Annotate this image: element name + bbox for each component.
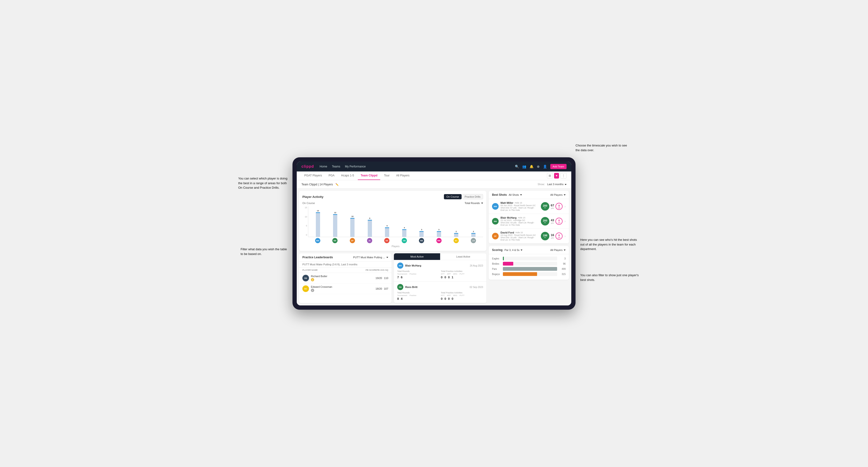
nav-items: Home Teams My Performance	[319, 164, 366, 169]
edit-icon[interactable]: ✏️	[335, 183, 339, 186]
shot-yds1: 16 yds	[551, 233, 554, 239]
y-axis: 15 10 5 0	[305, 206, 307, 237]
view-grid-btn[interactable]: ⊞	[547, 173, 553, 179]
view-settings-btn[interactable]: ⋮	[560, 173, 566, 179]
tablet-screen: clippd Home Teams My Performance 🔍 👥 🔔 ⊕…	[297, 161, 571, 305]
lb-col-headers: PLAYER NAME PB SCORE PB AVG SQ	[299, 268, 392, 273]
ma-avatar: RB	[397, 284, 403, 290]
bar-group: 3	[431, 228, 446, 237]
ma-date: 26 Aug 2023	[470, 264, 483, 267]
sc-filter2[interactable]: All Players	[550, 249, 566, 251]
shot-avatar: DF	[492, 233, 499, 239]
bell-button[interactable]: 🔔	[530, 165, 533, 168]
shot-date: 23 Jul 2023 · Ashridge GC	[500, 219, 539, 221]
shot-sg-badge: 198 SG	[541, 232, 549, 240]
annotation-left-bottom: Filter what data you wish the table to b…	[241, 247, 288, 256]
scoring-category-label: Bogeys	[492, 273, 501, 276]
bar-group: 5	[379, 225, 395, 237]
nav-icons: 🔍 👥 🔔 ⊕ 👤 Add Team	[515, 164, 566, 169]
add-team-button[interactable]: Add Team	[550, 164, 566, 169]
chart-header: On Course Total Rounds	[302, 201, 483, 205]
lb-header: Practice Leaderboards PUTT Must Make Put…	[299, 253, 392, 261]
team-title-area: Team Clippd | 14 Players ✏️	[302, 182, 339, 186]
sc-header: Scoring Par 3, 4 & 5s All Players	[489, 246, 569, 254]
lb-title: Practice Leaderboards	[302, 256, 333, 259]
tab-pga[interactable]: PGA	[326, 172, 337, 180]
ma-player-name: Blair McHarg	[405, 264, 421, 267]
shot-avatar: MM	[492, 203, 499, 210]
shot-yds2: 0 yds	[555, 232, 563, 240]
tab-tour[interactable]: Tour	[381, 172, 392, 180]
team-title: Team Clippd | 14 Players	[302, 183, 333, 186]
team-header: Team Clippd | 14 Players ✏️ Show: Last 3…	[297, 180, 571, 188]
shot-player-info: David Ford Hole 15 24 Aug 2023 · Royal N…	[500, 231, 539, 241]
most-active-entry: BM Blair McHarg 26 Aug 2023 Total Rounds…	[394, 260, 486, 282]
shot-metrics: 200 SG 43 yds 0 yds	[541, 217, 563, 225]
most-active-card: Most Active Least Active BM Blair McHarg…	[394, 253, 486, 303]
annotation-right-bottom: You can also filter to show just one pla…	[580, 273, 642, 282]
tab-team-clippd[interactable]: Team Clippd	[358, 172, 380, 180]
chart-area: 15 10 5 0 1312109543322 BMBBDFJCEEOBR	[302, 206, 483, 248]
lb-player-name: Richard Butler	[311, 275, 328, 278]
shot-entry: BM Blair McHarg Hole 15 23 Jul 2023 · As…	[489, 214, 569, 229]
sub-nav: PGAT Players PGA Hcaps 1-5 Team Clippd T…	[297, 172, 571, 180]
col-player-name: PLAYER NAME	[302, 269, 366, 271]
bs-shots-filter[interactable]: All Shots	[509, 193, 522, 196]
nav-performance[interactable]: My Performance	[345, 164, 366, 169]
bar-group: 12	[328, 212, 343, 237]
add-button[interactable]: ⊕	[537, 165, 540, 168]
shot-lie-details: Shot Dist: 16 yds · Start Lie: Rough · E…	[500, 236, 539, 241]
ma-player-info: BM Blair McHarg	[397, 262, 421, 269]
team-header-right: Show: Last 3 months	[537, 183, 566, 186]
users-button[interactable]: 👥	[522, 165, 526, 168]
bar-group: 3	[414, 228, 429, 237]
shot-chevron[interactable]: ›	[564, 205, 566, 208]
bs-players-filter[interactable]: All Players	[550, 193, 566, 196]
scoring-category-label: Birdies	[492, 262, 501, 265]
chart-subtitle: On Course	[302, 201, 315, 205]
lb-subtitle: PUTT Must Make Putting (3-6 ft), Last 3 …	[299, 261, 392, 268]
chart-filter-selector[interactable]: Total Rounds	[465, 201, 483, 205]
scoring-bar-fill	[503, 262, 513, 266]
rank-badge: 2	[311, 289, 314, 292]
ma-player-info: RB Rees Britt	[397, 284, 417, 290]
timescale-selector[interactable]: Last 3 months	[547, 183, 566, 186]
most-active-tab[interactable]: Most Active	[394, 253, 440, 260]
on-course-tab[interactable]: On Course	[444, 194, 462, 199]
shot-chevron[interactable]: ›	[564, 219, 566, 223]
nav-home[interactable]: Home	[319, 164, 327, 169]
scoring-bar-fill	[503, 272, 537, 276]
practice-drills-tab[interactable]: Practice Drills	[462, 194, 483, 199]
tablet-frame: clippd Home Teams My Performance 🔍 👥 🔔 ⊕…	[292, 157, 576, 310]
lb-player-info: RB Richard Butler 1	[302, 275, 374, 281]
bars-wrapper: 1312109543322 BMBBDFJCEEOBRBMMECLR Playe…	[308, 206, 483, 248]
shot-hole: Hole 15	[515, 201, 522, 204]
profile-button[interactable]: 👤	[543, 165, 547, 168]
shot-lie-details: Shot Dist: 67 yds · Start Lie: Rough · E…	[500, 207, 539, 211]
main-content: Player Activity On Course Practice Drill…	[297, 188, 571, 305]
tab-hcaps[interactable]: Hcaps 1-5	[338, 172, 357, 180]
player-avatar: OB	[402, 238, 407, 243]
shot-chevron[interactable]: ›	[564, 234, 566, 238]
tab-pgat-players[interactable]: PGAT Players	[302, 172, 325, 180]
avatar-row: BMBBDFJCEEOBRBMMECLR	[308, 237, 483, 244]
player-avatar: DF	[350, 238, 355, 243]
scoring-row: Eagles 3	[492, 257, 566, 260]
shot-entries: MM Matt Miller Hole 15 09 Jun 2023 · Roy…	[489, 199, 569, 244]
view-list-btn[interactable]: ♥	[554, 173, 559, 179]
bs-title: Best Shots	[492, 193, 507, 196]
search-button[interactable]: 🔍	[515, 165, 519, 168]
scoring-count: 3	[559, 257, 566, 260]
nav-teams[interactable]: Teams	[332, 164, 340, 169]
lb-filter-selector[interactable]: PUTT Must Make Putting ...	[353, 256, 388, 259]
col-pb-score: PB SCORE	[366, 269, 377, 271]
bs-header: Best Shots All Shots All Players	[489, 191, 569, 199]
least-active-tab[interactable]: Least Active	[440, 253, 486, 260]
sc-filter1[interactable]: Par 3, 4 & 5s	[504, 249, 523, 251]
player-avatar: BB	[332, 238, 338, 243]
view-controls: ⊞ ♥ ⋮	[547, 173, 566, 179]
tab-all-players[interactable]: All Players	[393, 172, 412, 180]
bar-group: 4	[397, 227, 412, 237]
top-nav: clippd Home Teams My Performance 🔍 👥 🔔 ⊕…	[297, 161, 571, 172]
shot-metrics: 198 SG 16 yds 0 yds	[541, 232, 563, 240]
